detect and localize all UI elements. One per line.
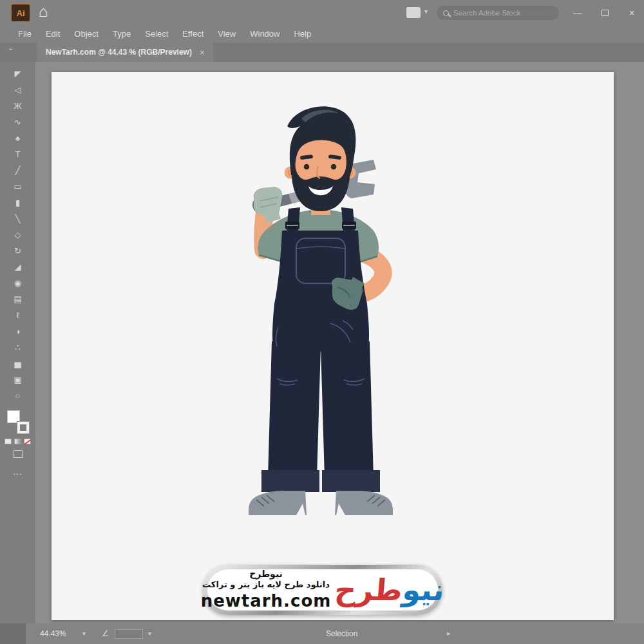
direct-selection-tool-icon[interactable]: ◁	[9, 82, 27, 98]
magic-wand-tool-icon[interactable]: Ж	[9, 98, 27, 114]
symbol-sprayer-tool-icon[interactable]: ∴	[9, 339, 27, 355]
maximize-icon	[601, 10, 609, 16]
menu-view[interactable]: View	[211, 26, 243, 43]
watermark-title: نیوطرح	[249, 569, 283, 580]
statusbar-expand-icon[interactable]: ▸	[447, 629, 451, 638]
mechanic-illustration	[52, 72, 614, 620]
watermark-text-block: نیوطرح دانلود طرح لایه باز بنر و تراکت n…	[201, 569, 332, 611]
rectangle-tool-icon[interactable]: ▭	[9, 178, 27, 194]
menubar: File Edit Object Type Select Effect Vi	[0, 26, 644, 43]
home-icon[interactable]: ⌂	[39, 3, 48, 21]
document-tab[interactable]: NewTarh.com @ 44.43 % (RGB/Preview) ×	[37, 43, 213, 62]
graph-tool-icon[interactable]: ▅	[9, 355, 27, 372]
type-tool-icon[interactable]: T	[9, 146, 27, 162]
canvas-area[interactable]: نیوطرح دانلود طرح لایه باز بنر و تراکت n…	[35, 62, 644, 623]
menu-type[interactable]: Type	[106, 26, 138, 43]
paintbrush-tool-icon[interactable]: ▮	[9, 194, 27, 211]
menu-edit[interactable]: Edit	[39, 26, 67, 43]
arrange-documents-icon[interactable]	[406, 7, 421, 18]
line-segment-tool-icon[interactable]: ╱	[9, 162, 27, 178]
edit-toolbar-ellipsis[interactable]: …	[13, 466, 23, 477]
lasso-tool-icon[interactable]: ∿	[9, 114, 27, 130]
document-tab-title: NewTarh.com @ 44.43 % (RGB/Preview)	[46, 48, 192, 57]
rotation-angle-icon: ∠	[102, 629, 109, 638]
search-input[interactable]	[453, 9, 544, 17]
illustrator-logo-icon: Ai	[11, 4, 30, 22]
draw-mode-button[interactable]	[14, 450, 23, 458]
document-tab-bar: ⌄ NewTarh.com @ 44.43 % (RGB/Preview) ×	[0, 43, 644, 62]
rotate-tool-icon[interactable]: ↻	[9, 243, 27, 259]
current-tool-label: Selection	[326, 629, 357, 638]
illustrator-window: Ai ⌂ ▾ — × File Edit Object	[0, 0, 644, 644]
blend-tool-icon[interactable]: ◑	[9, 323, 27, 339]
menu-effect[interactable]: Effect	[175, 26, 211, 43]
close-button[interactable]: ×	[626, 8, 638, 18]
shaper-tool-icon[interactable]: ◇	[9, 227, 27, 243]
fill-swatch[interactable]	[7, 410, 20, 423]
statusbar-corner	[0, 623, 26, 644]
search-box[interactable]	[437, 6, 559, 20]
tools-list: ◤ ◁ Ж ∿ ♠ T	[9, 66, 27, 404]
tabbar-collapse-icon[interactable]: ⌄	[8, 44, 14, 52]
status-bar: 44.43% ▾ ∠ ▾ Selection ▸	[0, 623, 644, 644]
artboard-tool-icon[interactable]: ▣	[9, 372, 27, 388]
search-icon	[443, 10, 449, 16]
newtarh-logo-red-part: طرح	[334, 575, 404, 605]
watermark-subtitle: دانلود طرح لایه باز بنر و تراکت	[202, 580, 330, 590]
gradient-tool-icon[interactable]: ▤	[9, 291, 27, 307]
eyedropper-tool-icon[interactable]: ℓ	[9, 307, 27, 323]
zoom-level-dropdown[interactable]: 44.43%	[40, 629, 66, 638]
pen-tool-icon[interactable]: ♠	[9, 130, 27, 146]
rotation-angle-dropdown[interactable]	[115, 629, 143, 639]
menu-object[interactable]: Object	[67, 26, 106, 43]
zoom-caret-icon[interactable]: ▾	[82, 630, 86, 637]
menu-help[interactable]: Help	[287, 26, 318, 43]
shape-builder-tool-icon[interactable]: ◉	[9, 275, 27, 291]
none-button[interactable]	[24, 439, 31, 444]
artboard[interactable]: نیوطرح دانلود طرح لایه باز بنر و تراکت n…	[52, 72, 614, 620]
window-controls: — ×	[572, 0, 638, 26]
menu-file[interactable]: File	[11, 26, 39, 43]
stroke-swatch[interactable]	[17, 422, 29, 433]
menu-select[interactable]: Select	[138, 26, 175, 43]
maximize-button[interactable]	[599, 10, 611, 16]
tools-panel: ◤ ◁ Ж ∿ ♠ T	[0, 62, 35, 623]
newtarh-logo: نیوطرح	[334, 575, 446, 605]
application-bar: Ai ⌂ ▾ — ×	[0, 0, 644, 26]
watermark-site-url: newtarh.com	[201, 591, 332, 612]
newtarh-watermark-badge: نیوطرح دانلود طرح لایه باز بنر و تراکت n…	[203, 565, 442, 615]
pencil-tool-icon[interactable]: ╲	[9, 211, 27, 227]
color-button[interactable]	[5, 439, 12, 444]
selection-tool-icon[interactable]: ◤	[9, 66, 27, 82]
gradient-button[interactable]	[14, 439, 21, 444]
scale-tool-icon[interactable]: ◢	[9, 259, 27, 275]
zoom-tool-icon[interactable]: ○	[9, 388, 27, 404]
arrange-documents-caret-icon[interactable]: ▾	[424, 8, 428, 15]
newtarh-logo-blue-part: نیو	[401, 575, 446, 605]
color-mode-buttons	[5, 439, 31, 444]
rotation-caret-icon[interactable]: ▾	[148, 630, 151, 637]
minimize-button[interactable]: —	[572, 8, 583, 18]
fill-stroke-swatches	[7, 410, 29, 433]
menu-window[interactable]: Window	[243, 26, 287, 43]
tab-close-icon[interactable]: ×	[200, 48, 205, 57]
